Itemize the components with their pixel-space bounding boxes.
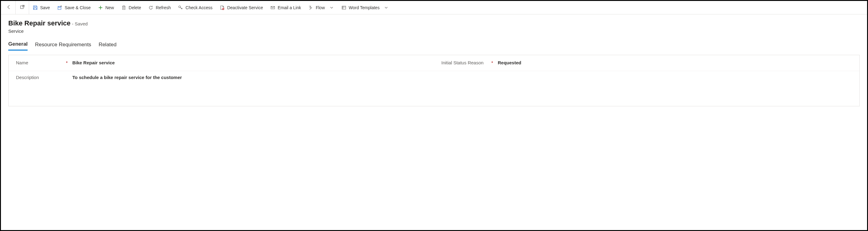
flow-icon (308, 5, 313, 10)
flow-button[interactable]: Flow (305, 1, 338, 14)
flow-label: Flow (316, 5, 325, 10)
form-row-name-status: Name * Bike Repair service Initial Statu… (8, 56, 860, 71)
record-header: Bike Repair service - Saved Service (1, 14, 867, 36)
command-bar: Save Save & Close New Delete Refresh Che… (1, 1, 867, 14)
check-access-button[interactable]: Check Access (175, 1, 216, 14)
form-panel: Name * Bike Repair service Initial Statu… (8, 55, 860, 106)
saved-badge: - Saved (72, 21, 88, 26)
back-button[interactable] (2, 1, 16, 14)
back-arrow-icon (6, 5, 11, 10)
status-label: Initial Status Reason (434, 60, 489, 65)
refresh-button[interactable]: Refresh (145, 1, 175, 14)
deactivate-icon (220, 5, 225, 10)
description-label: Description (8, 75, 64, 80)
deactivate-label: Deactivate Service (227, 5, 263, 10)
new-label: New (105, 5, 114, 10)
svg-rect-4 (342, 6, 346, 9)
email-link-button[interactable]: Email a Link (267, 1, 305, 14)
delete-label: Delete (129, 5, 141, 10)
open-new-window-button[interactable] (16, 1, 29, 14)
delete-button[interactable]: Delete (118, 1, 145, 14)
name-label: Name (8, 60, 64, 65)
new-button[interactable]: New (94, 1, 118, 14)
field-status: Initial Status Reason * Requested (434, 60, 860, 65)
check-access-label: Check Access (185, 5, 212, 10)
word-templates-button[interactable]: Word Templates (338, 1, 393, 14)
key-icon (178, 5, 183, 10)
save-close-label: Save & Close (65, 5, 91, 10)
save-close-button[interactable]: Save & Close (54, 1, 94, 14)
chevron-down-icon (329, 5, 334, 10)
field-description: Description To schedule a bike repair se… (8, 75, 434, 80)
save-label: Save (40, 5, 50, 10)
record-title: Bike Repair service (8, 19, 70, 27)
status-value[interactable]: Requested (495, 60, 860, 65)
save-icon (33, 5, 38, 10)
new-plus-icon (98, 5, 103, 10)
required-indicator: * (489, 60, 495, 65)
save-button[interactable]: Save (29, 1, 54, 14)
email-icon (270, 5, 275, 10)
tab-resource-requirements[interactable]: Resource Requirements (35, 41, 91, 51)
tab-general[interactable]: General (8, 41, 28, 51)
svg-rect-0 (21, 6, 23, 8)
tab-bar: General Resource Requirements Related (1, 36, 867, 51)
save-close-icon (57, 5, 62, 10)
word-templates-icon (341, 5, 346, 10)
deactivate-button[interactable]: Deactivate Service (216, 1, 267, 14)
description-value[interactable]: To schedule a bike repair service for th… (70, 75, 434, 80)
delete-trash-icon (121, 5, 126, 10)
refresh-label: Refresh (156, 5, 171, 10)
word-templates-label: Word Templates (349, 5, 380, 10)
chevron-down-icon (384, 5, 389, 10)
tab-related[interactable]: Related (99, 41, 117, 51)
field-name: Name * Bike Repair service (8, 60, 434, 65)
name-value[interactable]: Bike Repair service (70, 60, 434, 65)
email-link-label: Email a Link (278, 5, 301, 10)
entity-label: Service (8, 29, 860, 34)
refresh-icon (148, 5, 153, 10)
popout-icon (20, 5, 25, 10)
form-row-description: Description To schedule a bike repair se… (8, 71, 860, 105)
required-indicator: * (64, 60, 70, 65)
